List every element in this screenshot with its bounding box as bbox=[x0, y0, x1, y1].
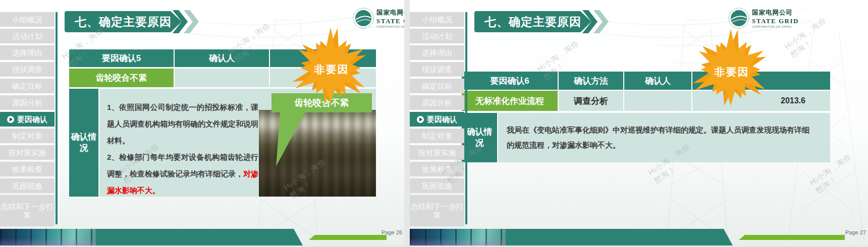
logo-cn: 国家电网公司 bbox=[376, 9, 404, 17]
sidebar-item-implement[interactable]: 按对策实施 bbox=[0, 145, 55, 160]
sidebar-item-overview[interactable]: 小组概况 bbox=[410, 12, 464, 27]
slide-2: Hi小淘，淘你想淘！ Hi小淘，淘你想淘！ Hi小淘，淘你想淘！ Hi小淘，淘你… bbox=[410, 0, 868, 245]
slide-1: Hi小淘，淘你想淘！ Hi小淘，淘你想淘！ Hi小淘，淘你想淘！ Hi小淘，淘你… bbox=[0, 0, 404, 245]
logo-en: STATE GRID bbox=[376, 17, 404, 25]
sidebar-item-measures[interactable]: 制定对策 bbox=[0, 129, 55, 143]
method-cell: 调查分析 bbox=[559, 91, 623, 111]
footer-photo bbox=[0, 229, 96, 245]
footer-green-bar bbox=[739, 235, 845, 240]
sidebar-item-confirm-active[interactable]: 要因确认 bbox=[410, 112, 464, 127]
chevron-icon bbox=[184, 10, 199, 33]
sidebar-item-survey[interactable]: 现状调查 bbox=[410, 62, 464, 77]
page-number: Page 26 bbox=[382, 229, 402, 235]
situation-label: 确认情况 bbox=[70, 132, 98, 154]
sidebar-item-consolidate[interactable]: 巩固措施 bbox=[410, 178, 464, 193]
footer-photo bbox=[410, 229, 506, 245]
sidebar-item-summary[interactable]: 总结和下一步打算 bbox=[0, 195, 55, 226]
sidebar-item-reason[interactable]: 选择理由 bbox=[0, 45, 55, 60]
sidebar-divider bbox=[56, 12, 58, 224]
state-grid-logo: 国家电网公司 STATE GRID CORPORATION OF CHINA bbox=[728, 7, 799, 29]
footer-bar bbox=[410, 229, 733, 245]
stamp-text: 非要因 bbox=[301, 63, 362, 77]
confirmation-text: 我局在《变电站准军事化细则》中对巡视维护有详细的规定。课题人员调查发现现场有详细… bbox=[507, 122, 809, 153]
sidebar-item-label: 要因确认 bbox=[17, 115, 47, 124]
sidebar-item-summary[interactable]: 总结和下一步打算 bbox=[410, 195, 464, 226]
sidebar-item-check[interactable]: 效果检查 bbox=[0, 162, 55, 176]
sidebar-item-consolidate[interactable]: 巩固措施 bbox=[0, 178, 55, 193]
sidebar-item-survey[interactable]: 现状调查 bbox=[0, 62, 55, 77]
sidebar-item-target[interactable]: 确定目标 bbox=[410, 79, 464, 93]
globe-icon bbox=[728, 7, 750, 29]
logo-text: 国家电网公司 STATE GRID CORPORATION OF CHINA bbox=[376, 7, 404, 29]
logo-text: 国家电网公司 STATE GRID CORPORATION OF CHINA bbox=[752, 7, 799, 29]
confirmation-text-2: 2、检修部门每年均要对设备机构箱齿轮进行调整，检查检修试验记录均有详细记录， bbox=[107, 153, 258, 178]
confirmation-text-1: 1、依照国网公司制定统一的招投标标准，课题人员调查机构箱均有明确的文件规定和说明… bbox=[107, 103, 258, 145]
confirmation-body: 我局在《变电站准军事化细则》中对巡视维护有详细的规定。课题人员调查发现现场有详细… bbox=[507, 126, 809, 149]
callout-tail bbox=[275, 112, 306, 167]
table-header-cell: 要因确认6 bbox=[462, 72, 558, 90]
confirmation-text: 1、依照国网公司制定统一的招投标标准，课题人员调查机构箱均有明确的文件规定和说明… bbox=[107, 99, 258, 199]
section-title-banner: 七、确定主要原因 bbox=[65, 11, 182, 32]
table-header-cell: 确认人 bbox=[624, 72, 691, 90]
logo-en: STATE GRID bbox=[752, 17, 799, 25]
chevron-icon bbox=[593, 10, 609, 33]
sidebar-item-measures[interactable]: 制定对策 bbox=[410, 129, 464, 143]
sidebar-item-reason[interactable]: 选择理由 bbox=[410, 45, 464, 60]
table-header-cell: 要因确认5 bbox=[69, 49, 174, 67]
logo-sub: CORPORATION OF CHINA bbox=[376, 25, 404, 28]
sidebar-item-check[interactable]: 效果检查 bbox=[410, 162, 464, 176]
table-header-cell: 确认人 bbox=[175, 49, 269, 67]
footer-bar bbox=[0, 229, 303, 245]
table-cell bbox=[624, 91, 691, 111]
factor-cell: 无标准化作业流程 bbox=[462, 91, 558, 111]
sidebar: 小组概况 活动计划 选择理由 现状调查 确定目标 原因分析 要因确认 制定对策 … bbox=[410, 0, 464, 245]
footer-green-bar bbox=[309, 235, 387, 240]
play-icon bbox=[7, 116, 14, 123]
section-title-banner: 七、确定主要原因 bbox=[474, 11, 591, 32]
situation-label-cell: 确认情况 bbox=[69, 89, 98, 197]
sidebar-item-confirm-active[interactable]: 要因确认 bbox=[0, 112, 55, 127]
sidebar-item-analysis[interactable]: 原因分析 bbox=[410, 95, 464, 110]
factor-cell: 齿轮咬合不紧 bbox=[69, 69, 174, 87]
play-icon bbox=[417, 116, 424, 123]
section-title: 七、确定主要原因 bbox=[75, 14, 172, 30]
sidebar: 小组概况 活动计划 选择理由 现状调查 确定目标 原因分析 要因确认 制定对策 … bbox=[0, 0, 55, 245]
sidebar-item-plan[interactable]: 活动计划 bbox=[0, 29, 55, 43]
sidebar-item-implement[interactable]: 按对策实施 bbox=[410, 145, 464, 160]
section-title: 七、确定主要原因 bbox=[484, 14, 581, 30]
table-header-cell: 确认方法 bbox=[559, 72, 623, 90]
sidebar-item-overview[interactable]: 小组概况 bbox=[0, 12, 55, 27]
table-cell bbox=[175, 69, 269, 87]
sidebar-item-plan[interactable]: 活动计划 bbox=[410, 29, 464, 43]
situation-label: 确认情况 bbox=[465, 127, 494, 149]
sidebar-item-target[interactable]: 确定目标 bbox=[0, 79, 55, 93]
sidebar-divider bbox=[465, 12, 467, 224]
stamp-text: 非要因 bbox=[701, 65, 762, 79]
sidebar-item-analysis[interactable]: 原因分析 bbox=[0, 95, 55, 110]
page-number: Page 27 bbox=[845, 229, 866, 235]
sidebar-item-label: 要因确认 bbox=[427, 115, 457, 124]
logo-cn: 国家电网公司 bbox=[752, 9, 799, 17]
